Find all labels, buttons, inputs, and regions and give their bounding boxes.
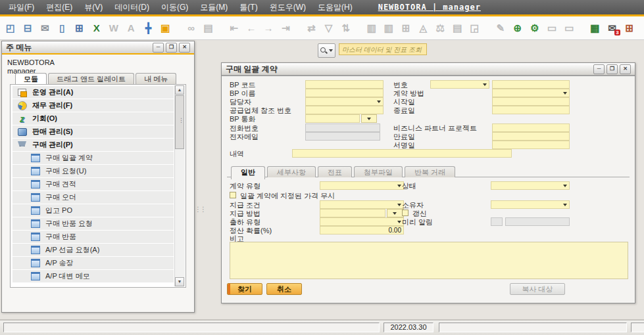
base-document-icon[interactable]: ▥	[365, 21, 378, 35]
form-tab[interactable]: 첨부파일	[354, 166, 403, 177]
close-icon[interactable]	[620, 64, 631, 74]
agreement-type-dropdown[interactable]	[320, 181, 404, 190]
checklist-icon[interactable]: ▦	[588, 21, 601, 35]
last-record-icon[interactable]: ⇥	[279, 21, 292, 35]
menubar-item[interactable]: 도움말(H)	[312, 2, 359, 13]
calculator-icon[interactable]: ⊞	[623, 21, 636, 35]
form-tab[interactable]: 일반	[231, 166, 265, 179]
bp-code-field[interactable]	[305, 80, 384, 89]
copy-to-button[interactable]: 복사 대상	[510, 283, 565, 295]
bp-currency-dropdown-button[interactable]	[361, 114, 377, 123]
menubar-item[interactable]: 윈도우(W)	[264, 2, 312, 13]
status-dropdown[interactable]	[491, 181, 570, 190]
menu-tab[interactable]: 모듈	[15, 73, 47, 84]
menubar-item[interactable]: 이동(G)	[155, 2, 194, 13]
tree-item[interactable]: 입고 PO	[12, 204, 174, 217]
payment-method-field[interactable]	[320, 209, 385, 217]
scrollbar-thumb[interactable]	[175, 95, 184, 149]
find-button[interactable]: 찾기	[227, 283, 262, 295]
menubar-item[interactable]: 뷰(V)	[78, 2, 109, 13]
tree-item[interactable]: A/P 송장	[12, 257, 174, 269]
export-excel-icon[interactable]: X	[90, 21, 103, 35]
chat-icon[interactable]: ▭	[545, 21, 558, 35]
tree-item[interactable]: 구매 반품 요청	[12, 217, 174, 230]
tree-item[interactable]: 운영 관리(A)	[12, 86, 174, 99]
menubar-item[interactable]: 편집(E)	[40, 2, 78, 13]
list-display-icon[interactable]: ▤	[202, 21, 215, 35]
tree-item[interactable]: 재무 관리(F)	[12, 99, 174, 112]
form-titlebar[interactable]: 구매 일괄 계약	[222, 63, 635, 76]
sort-table-icon[interactable]: ⇅	[339, 21, 353, 35]
first-record-icon[interactable]: ⇤	[228, 21, 241, 35]
find-icon[interactable]: ∞	[184, 21, 197, 35]
messages-icon[interactable]: ✉ 3	[606, 21, 619, 35]
tree-item[interactable]: 구매 일괄 계약	[12, 152, 174, 164]
maximize-icon[interactable]	[166, 43, 177, 53]
menubar-item[interactable]: 파일(F)	[3, 2, 40, 13]
bp-name-field[interactable]	[305, 89, 384, 97]
shipping-type-dropdown[interactable]	[320, 217, 404, 226]
bp-currency-field[interactable]	[305, 114, 360, 123]
export-pdf-icon[interactable]: A	[124, 21, 137, 35]
menu-tab[interactable]: 내 메뉴	[136, 73, 176, 84]
lock-screen-icon[interactable]: ▣	[159, 21, 172, 35]
menubar-item[interactable]: 모듈(M)	[194, 2, 234, 13]
scroll-up-icon[interactable]: ▲	[175, 85, 184, 95]
start-date-field[interactable]	[492, 97, 570, 106]
form-settings-icon[interactable]: ⊕	[511, 21, 524, 35]
tree-item[interactable]: 구매 요청(U)	[12, 165, 174, 177]
export-word-icon[interactable]: W	[107, 21, 120, 35]
next-record-icon[interactable]: →	[262, 21, 275, 35]
owner-dropdown[interactable]	[491, 200, 570, 209]
payment-wizard-icon[interactable]: ⊞	[399, 21, 412, 35]
sms-icon[interactable]: ▯	[55, 21, 68, 35]
bp-project-field[interactable]	[492, 123, 570, 132]
print-icon[interactable]: ⊟	[21, 21, 34, 35]
window-resize-grip[interactable]: ⋮⋮	[195, 206, 205, 213]
form-tab[interactable]: 반복 거래	[405, 166, 455, 177]
number-series-dropdown[interactable]	[430, 80, 489, 89]
menubar-item[interactable]: 데이터(D)	[109, 2, 155, 13]
tree-item[interactable]: 기회(O)	[12, 112, 174, 125]
collaboration-icon[interactable]: ▭	[562, 21, 576, 35]
minimize-icon[interactable]	[153, 43, 164, 53]
settings-wrench-icon[interactable]: ⚙	[528, 21, 541, 35]
global-search-input[interactable]	[339, 43, 427, 55]
close-icon[interactable]	[179, 43, 190, 53]
settlement-probability-field[interactable]: 0.00	[320, 226, 404, 234]
number-field[interactable]	[492, 80, 570, 89]
print-preview-icon[interactable]: ◰	[4, 21, 17, 35]
refresh-record-icon[interactable]: ⇄	[305, 21, 318, 35]
contact-person-dropdown[interactable]	[305, 97, 384, 106]
vendor-ref-field[interactable]	[305, 106, 384, 114]
termination-date-field[interactable]	[492, 132, 570, 141]
tree-scrollbar[interactable]: ▲ ▼	[174, 85, 185, 286]
tree-item[interactable]: 구매 견적	[12, 178, 174, 190]
payment-means-icon[interactable]: ◬	[416, 21, 430, 35]
transaction-journal-icon[interactable]: ◲	[468, 21, 482, 35]
form-tab[interactable]: 세부사항	[267, 166, 316, 177]
tree-item[interactable]: 판매 관리(S)	[12, 125, 174, 138]
main-menu-titlebar[interactable]: 주 메뉴	[2, 41, 194, 55]
journal-entry-icon[interactable]: ▤	[451, 21, 464, 35]
search-button[interactable]	[318, 43, 335, 58]
volume-weight-icon[interactable]: ⚖	[433, 21, 447, 35]
tree-item[interactable]: 구매 관리(P)	[12, 139, 174, 151]
filter-table-icon[interactable]: ▽	[322, 21, 335, 35]
email-icon[interactable]: ✉	[38, 21, 51, 35]
tree-item[interactable]: 구매 반품	[12, 231, 174, 243]
ignore-prices-checkbox[interactable]	[230, 192, 236, 198]
previous-record-icon[interactable]: ←	[245, 21, 258, 35]
remarks-textarea[interactable]	[230, 242, 628, 279]
minimize-icon[interactable]	[593, 64, 605, 74]
end-date-field[interactable]	[492, 106, 570, 114]
renewal-checkbox[interactable]	[402, 210, 409, 216]
tree-item[interactable]: A/P 선금 요청(A)	[12, 244, 174, 256]
signing-date-field[interactable]	[492, 141, 570, 149]
description-field[interactable]	[292, 149, 512, 158]
fax-icon[interactable]: ⊞	[73, 21, 86, 35]
tree-item[interactable]: A/P 대변 메모	[12, 270, 174, 282]
agreement-method-dropdown[interactable]	[492, 89, 570, 97]
edit-document-icon[interactable]: ✎	[494, 21, 507, 35]
cancel-button[interactable]: 취소	[266, 283, 302, 295]
